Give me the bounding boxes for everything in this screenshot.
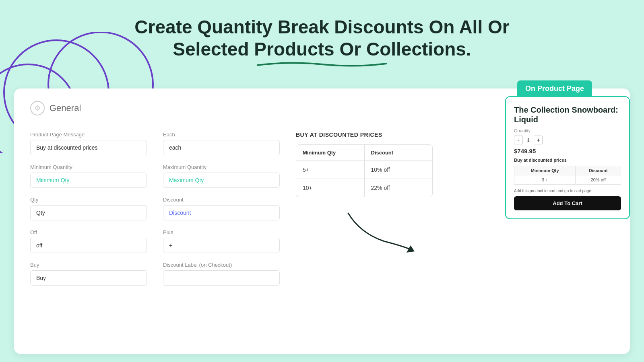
page-header: Create Quantity Break Discounts On All O… — [0, 0, 644, 80]
input-each[interactable] — [163, 140, 280, 155]
buy-discounted-label: Buy at discounted prices — [514, 158, 621, 162]
header-line2: Selected Products Or Collections. — [8, 38, 636, 60]
input-discount[interactable] — [163, 205, 280, 220]
svg-marker-3 — [407, 245, 415, 253]
table-cell-discount-2: 22% off — [365, 179, 433, 197]
input-qty[interactable] — [30, 205, 147, 220]
form-col-1: Product Page Message Minimum Quantity Qt… — [30, 132, 163, 294]
qty-value: 1 — [527, 137, 530, 143]
input-buy[interactable] — [30, 270, 147, 286]
field-off: Off — [30, 229, 147, 253]
label-plus: Plus — [163, 229, 280, 235]
input-off[interactable] — [30, 238, 147, 253]
input-maximum-quantity[interactable] — [163, 173, 280, 188]
gear-icon: ⚙ — [30, 101, 45, 115]
mini-cell-discount: 20% off — [576, 175, 621, 185]
product-page-card: On Product Page The Collection Snowboard… — [505, 80, 630, 219]
add-to-cart-button[interactable]: Add To Cart — [514, 196, 621, 210]
label-maximum-quantity: Maximum Quantity — [163, 164, 280, 170]
field-plus: Plus — [163, 229, 280, 253]
table-cell-min-qty-1: 5+ — [296, 161, 365, 179]
product-title: The Collection Snowboard: Liquid — [514, 105, 621, 124]
product-page-inner: The Collection Snowboard: Liquid Quantit… — [505, 96, 630, 219]
field-discount: Discount — [163, 197, 280, 220]
field-qty: Qty — [30, 197, 147, 220]
quantity-label: Quantity — [514, 128, 621, 133]
input-minimum-quantity[interactable] — [30, 173, 147, 188]
label-minimum-quantity: Minimum Quantity — [30, 164, 147, 170]
product-price: $749.95 — [514, 148, 621, 154]
field-buy: Buy — [30, 262, 147, 286]
add-cart-note: Add this product to cart and go to cart … — [514, 189, 621, 193]
header-line1: Create Quantity Break Discounts On All O… — [8, 16, 636, 38]
table-row-1: 5+ 10% off — [296, 161, 432, 179]
field-each: Each — [163, 132, 280, 155]
input-discount-label[interactable] — [163, 270, 280, 286]
qty-plus-button[interactable]: + — [534, 136, 543, 144]
label-discount-label: Discount Label (on Checkout) — [163, 262, 280, 268]
card-header-left: ⚙ General — [30, 101, 81, 115]
table-cell-discount-1: 10% off — [365, 161, 433, 179]
field-minimum-quantity: Minimum Quantity — [30, 164, 147, 188]
mini-col-discount: Discount — [576, 166, 621, 175]
table-header-row: Minimum Qty Discount — [296, 145, 432, 161]
label-buy: Buy — [30, 262, 147, 268]
field-maximum-quantity: Maximum Quantity — [163, 164, 280, 188]
mini-col-min-qty: Minimum Qty — [514, 166, 576, 175]
form-col-2: Each Maximum Quantity Discount Plus Disc… — [163, 132, 296, 294]
discount-table: Minimum Qty Discount 5+ 10% off 10+ 22% … — [296, 144, 433, 197]
field-product-page-message: Product Page Message — [30, 132, 147, 155]
quantity-control: - 1 + — [514, 136, 621, 144]
mini-discount-table: Minimum Qty Discount 3 + 20% off — [514, 166, 621, 185]
product-page-badge: On Product Page — [517, 80, 592, 97]
input-product-page-message[interactable] — [30, 140, 147, 155]
qty-minus-button[interactable]: - — [514, 136, 523, 144]
label-off: Off — [30, 229, 147, 235]
curved-arrow — [336, 209, 417, 257]
input-plus[interactable] — [163, 238, 280, 253]
label-qty: Qty — [30, 197, 147, 203]
card-title: General — [50, 103, 81, 113]
table-row-2: 10+ 22% off — [296, 179, 432, 197]
table-col-min-qty: Minimum Qty — [296, 145, 365, 160]
label-product-page-message: Product Page Message — [30, 132, 147, 138]
table-cell-min-qty-2: 10+ — [296, 179, 365, 197]
underline-decoration — [254, 60, 390, 68]
table-col-discount: Discount — [365, 145, 433, 160]
mini-cell-min-qty: 3 + — [514, 175, 576, 185]
label-discount: Discount — [163, 197, 280, 203]
field-discount-label: Discount Label (on Checkout) — [163, 262, 280, 286]
label-each: Each — [163, 132, 280, 138]
mini-table-row: 3 + 20% off — [514, 175, 621, 185]
